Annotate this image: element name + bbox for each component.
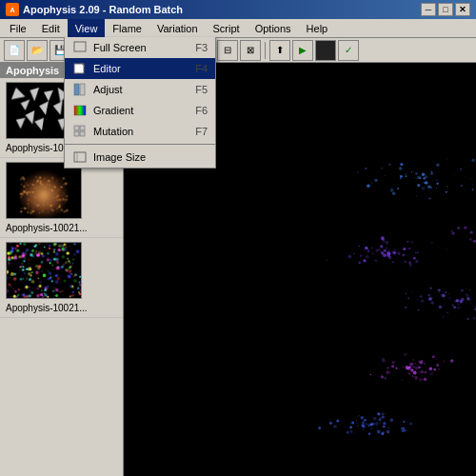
dropdown-item-imagesize[interactable]: Image Size xyxy=(65,147,215,168)
title-bar-controls: ─ □ ✕ xyxy=(421,3,470,16)
mutation-shortcut: F7 xyxy=(195,126,208,137)
adjust-label: Adjust xyxy=(93,84,189,95)
fullscreen-icon xyxy=(72,40,88,55)
fullscreen-shortcut: F3 xyxy=(195,42,208,53)
mutation-label: Mutation xyxy=(93,126,189,137)
play-button[interactable]: ▶ xyxy=(292,40,313,61)
open-button[interactable]: 📂 xyxy=(27,40,48,61)
svg-rect-9 xyxy=(80,131,85,136)
grid3-button[interactable]: ⊠ xyxy=(240,40,261,61)
svg-rect-3 xyxy=(74,84,79,95)
window-title: Apophysis 2.09 - Random Batch xyxy=(23,4,183,15)
menu-item-file[interactable]: File xyxy=(2,19,34,38)
thumbnail-item-3[interactable]: Apophysis-10021... xyxy=(0,238,123,318)
stop-button[interactable] xyxy=(315,40,336,61)
svg-rect-10 xyxy=(74,152,86,162)
menu-item-options[interactable]: Options xyxy=(248,19,299,38)
adjust-icon xyxy=(72,82,88,97)
toolbar-sep-3 xyxy=(265,42,266,59)
svg-rect-6 xyxy=(74,126,79,130)
svg-rect-8 xyxy=(74,131,79,136)
app-icon: A xyxy=(6,3,19,16)
fullscreen-label: Full Screen xyxy=(93,42,189,53)
editor-shortcut: F4 xyxy=(195,63,208,74)
svg-rect-0 xyxy=(74,42,86,51)
adjust-shortcut: F5 xyxy=(195,84,208,95)
dropdown-item-mutation[interactable]: MutationF7 xyxy=(65,121,215,142)
svg-rect-7 xyxy=(80,126,85,130)
menu-item-flame[interactable]: Flame xyxy=(105,19,149,38)
gradient-shortcut: F6 xyxy=(195,105,208,116)
thumbnail-label-2: Apophysis-10021... xyxy=(6,223,115,233)
imagesize-label: Image Size xyxy=(93,151,208,163)
thumbnail-canvas-3 xyxy=(6,242,82,299)
dropdown-item-fullscreen[interactable]: Full ScreenF3 xyxy=(65,37,215,58)
export-button[interactable]: ⬆ xyxy=(269,40,290,61)
svg-rect-1 xyxy=(74,64,84,73)
maximize-button[interactable]: □ xyxy=(438,3,453,16)
new-button[interactable]: 📄 xyxy=(4,40,25,61)
mutation-icon xyxy=(72,124,88,139)
title-bar: A Apophysis 2.09 - Random Batch ─ □ ✕ xyxy=(0,0,476,19)
editor-icon xyxy=(72,61,88,76)
thumbnail-canvas-2 xyxy=(6,162,82,219)
svg-rect-4 xyxy=(80,84,85,95)
menu-item-edit[interactable]: Edit xyxy=(34,19,68,38)
imagesize-icon xyxy=(72,149,88,165)
dropdown-item-editor[interactable]: EditorF4 xyxy=(65,58,215,79)
menu-item-variation[interactable]: Variation xyxy=(149,19,206,38)
menu-item-help[interactable]: Help xyxy=(299,19,336,38)
editor-label: Editor xyxy=(93,63,189,74)
menu-item-script[interactable]: Script xyxy=(206,19,248,38)
grid2-button[interactable]: ⊟ xyxy=(217,40,238,61)
close-button[interactable]: ✕ xyxy=(455,3,470,16)
gradient-label: Gradient xyxy=(93,105,189,116)
thumbnail-label-3: Apophysis-10021... xyxy=(6,303,115,313)
view-dropdown-menu: Full ScreenF3EditorF4AdjustF5GradientF6M… xyxy=(64,37,216,169)
dropdown-separator xyxy=(65,144,215,145)
svg-rect-5 xyxy=(74,106,86,115)
thumbnail-item-2[interactable]: Apophysis-10021... xyxy=(0,158,123,238)
check-button[interactable]: ✓ xyxy=(338,40,359,61)
menu-item-view[interactable]: View xyxy=(68,19,106,38)
gradient-icon xyxy=(72,103,88,118)
menu-bar: FileEditViewFlameVariationScriptOptionsH… xyxy=(0,19,476,38)
minimize-button[interactable]: ─ xyxy=(421,3,436,16)
dropdown-item-gradient[interactable]: GradientF6 xyxy=(65,100,215,121)
dropdown-item-adjust[interactable]: AdjustF5 xyxy=(65,79,215,100)
